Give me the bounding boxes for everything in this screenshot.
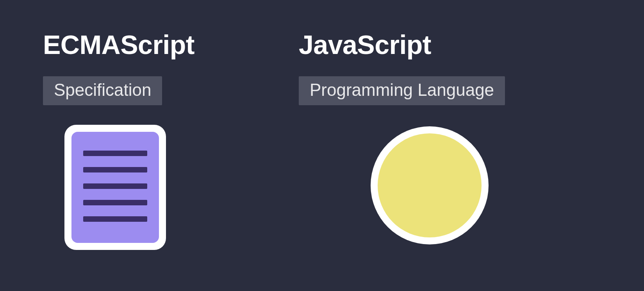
svg-rect-6: [83, 216, 147, 222]
svg-rect-3: [83, 167, 147, 172]
javascript-column: JavaScript Programming Language: [299, 29, 537, 248]
javascript-title: JavaScript: [299, 29, 431, 60]
svg-rect-2: [83, 151, 147, 156]
ecmascript-column: ECMAScript Specification: [43, 29, 230, 251]
svg-point-8: [378, 133, 482, 237]
circle-icon: [369, 125, 490, 248]
javascript-label: Programming Language: [299, 76, 505, 105]
svg-rect-4: [83, 183, 147, 189]
document-icon: [64, 125, 166, 251]
ecmascript-title: ECMAScript: [43, 29, 194, 60]
svg-rect-5: [83, 200, 147, 205]
ecmascript-label: Specification: [43, 76, 162, 105]
